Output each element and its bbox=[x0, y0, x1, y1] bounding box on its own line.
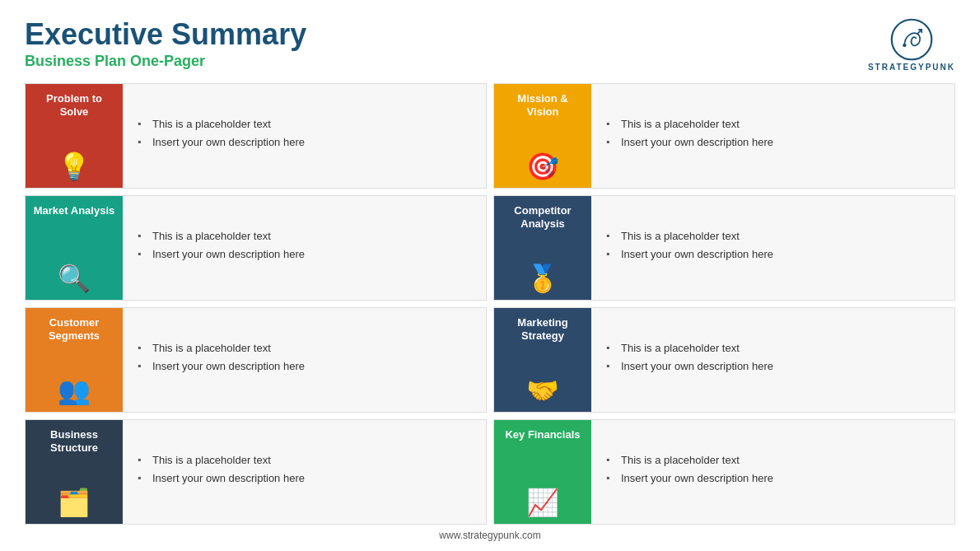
card-item-market-1: Insert your own description here bbox=[138, 248, 471, 260]
card-mission: Mission & Vision🎯This is a placeholder t… bbox=[493, 83, 955, 189]
card-label-marketing: Marketing Strategy🤝 bbox=[494, 308, 591, 412]
card-problem: Problem to Solve💡This is a placeholder t… bbox=[25, 83, 487, 189]
card-content-problem: This is a placeholder textInsert your ow… bbox=[123, 84, 486, 188]
card-content-marketing: This is a placeholder textInsert your ow… bbox=[591, 308, 954, 412]
card-icon-competitor: 🥇 bbox=[526, 265, 559, 292]
card-icon-business: 🗂️ bbox=[58, 489, 91, 516]
card-marketing: Marketing Strategy🤝This is a placeholder… bbox=[493, 307, 955, 413]
cards-grid: Problem to Solve💡This is a placeholder t… bbox=[25, 83, 955, 525]
card-content-financials: This is a placeholder textInsert your ow… bbox=[591, 420, 954, 524]
card-item-marketing-1: Insert your own description here bbox=[606, 360, 940, 372]
card-label-text-competitor: Competitor Analysis bbox=[501, 204, 585, 230]
card-content-customer: This is a placeholder textInsert your ow… bbox=[123, 308, 486, 412]
card-content-market: This is a placeholder textInsert your ow… bbox=[123, 196, 486, 300]
card-item-mission-0: This is a placeholder text bbox=[606, 118, 940, 130]
card-item-market-0: This is a placeholder text bbox=[138, 230, 471, 242]
card-item-business-1: Insert your own description here bbox=[138, 472, 471, 484]
card-label-mission: Mission & Vision🎯 bbox=[494, 84, 591, 188]
card-label-text-mission: Mission & Vision bbox=[501, 92, 585, 118]
card-icon-customer: 👥 bbox=[58, 377, 91, 404]
card-customer: Customer Segments👥This is a placeholder … bbox=[25, 307, 487, 413]
card-business: Business Structure🗂️This is a placeholde… bbox=[25, 419, 487, 525]
card-item-competitor-1: Insert your own description here bbox=[606, 248, 940, 260]
header: Executive Summary Business Plan One-Page… bbox=[25, 18, 955, 72]
card-icon-mission: 🎯 bbox=[526, 153, 559, 180]
card-icon-financials: 📈 bbox=[526, 489, 559, 516]
header-left: Executive Summary Business Plan One-Page… bbox=[25, 18, 306, 70]
card-label-text-marketing: Marketing Strategy bbox=[501, 316, 585, 342]
sub-title: Business Plan One-Pager bbox=[25, 53, 306, 70]
card-item-customer-0: This is a placeholder text bbox=[138, 342, 471, 354]
card-icon-market: 🔍 bbox=[58, 265, 91, 292]
page: Executive Summary Business Plan One-Page… bbox=[0, 0, 980, 551]
svg-point-1 bbox=[903, 44, 906, 47]
logo-icon bbox=[890, 18, 933, 61]
logo-area: STRATEGYPUNK bbox=[868, 18, 955, 72]
card-content-competitor: This is a placeholder textInsert your ow… bbox=[591, 196, 954, 300]
logo-text: STRATEGYPUNK bbox=[868, 63, 955, 72]
card-label-competitor: Competitor Analysis🥇 bbox=[494, 196, 591, 300]
main-title: Executive Summary bbox=[25, 18, 306, 51]
card-label-customer: Customer Segments👥 bbox=[26, 308, 123, 412]
card-content-business: This is a placeholder textInsert your ow… bbox=[123, 420, 486, 524]
footer: www.strategypunk.com bbox=[25, 525, 955, 543]
card-item-customer-1: Insert your own description here bbox=[138, 360, 471, 372]
card-item-mission-1: Insert your own description here bbox=[606, 136, 940, 148]
card-item-financials-0: This is a placeholder text bbox=[606, 454, 940, 466]
card-item-financials-1: Insert your own description here bbox=[606, 472, 940, 484]
card-item-marketing-0: This is a placeholder text bbox=[606, 342, 940, 354]
card-market: Market Analysis🔍This is a placeholder te… bbox=[25, 195, 487, 301]
card-label-business: Business Structure🗂️ bbox=[26, 420, 123, 524]
card-item-competitor-0: This is a placeholder text bbox=[606, 230, 940, 242]
card-label-text-business: Business Structure bbox=[32, 428, 116, 454]
card-label-financials: Key Financials📈 bbox=[494, 420, 591, 524]
card-icon-problem: 💡 bbox=[58, 153, 91, 180]
card-label-problem: Problem to Solve💡 bbox=[26, 84, 123, 188]
card-icon-marketing: 🤝 bbox=[526, 377, 559, 404]
card-item-problem-0: This is a placeholder text bbox=[138, 118, 471, 130]
card-label-market: Market Analysis🔍 bbox=[26, 196, 123, 300]
card-competitor: Competitor Analysis🥇This is a placeholde… bbox=[493, 195, 955, 301]
card-label-text-problem: Problem to Solve bbox=[32, 92, 116, 118]
card-label-text-financials: Key Financials bbox=[505, 428, 580, 441]
card-label-text-customer: Customer Segments bbox=[32, 316, 116, 342]
card-content-mission: This is a placeholder textInsert your ow… bbox=[591, 84, 954, 188]
card-item-business-0: This is a placeholder text bbox=[138, 454, 471, 466]
card-financials: Key Financials📈This is a placeholder tex… bbox=[493, 419, 955, 525]
card-label-text-market: Market Analysis bbox=[34, 204, 115, 217]
card-item-problem-1: Insert your own description here bbox=[138, 136, 471, 148]
footer-url: www.strategypunk.com bbox=[439, 530, 540, 541]
